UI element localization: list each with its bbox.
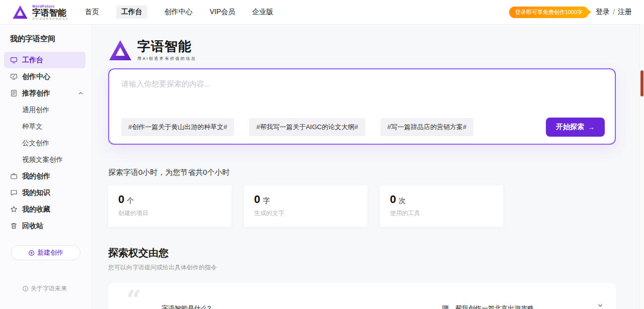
register-link[interactable]: 注册	[618, 8, 632, 17]
auth-separator: /	[613, 8, 615, 16]
stat-card-words: 0 字 生成的文字	[244, 185, 367, 227]
monitor-edit-icon	[10, 73, 18, 80]
stat-card-tools: 0 次 使用的工具	[380, 185, 503, 227]
logo-tagline: 用AI创造更有价值的信息	[32, 18, 69, 20]
search-card: #创作一篇关于黄山出游的种草文# #帮我写一篇关于AIGC的论文大纲# #写一篇…	[108, 68, 616, 145]
suggestion-chip[interactable]: #创作一篇关于黄山出游的种草文#	[121, 118, 234, 136]
about-label: 关于字语未来	[31, 284, 67, 293]
trash-icon	[10, 222, 18, 230]
scrollbar-thumb[interactable]	[640, 70, 643, 96]
logo-icon	[12, 5, 28, 20]
example-answer: 嗯，帮我创作一篇北京出游攻略	[442, 304, 534, 309]
chat-icon	[10, 189, 18, 196]
sidebar-item-favorites[interactable]: 我的收藏	[0, 201, 92, 218]
plus-circle-icon	[28, 250, 35, 256]
promo-button[interactable]: 登录即可享免费创作1000字	[509, 7, 589, 18]
new-creation-label: 新建创作	[37, 248, 63, 257]
sidebar-item-label: 我的创作	[22, 172, 50, 181]
auth-links: 登录 / 注册	[596, 8, 632, 17]
suggestion-chip[interactable]: #写一篇甜品店的营销方案#	[380, 118, 473, 136]
sidebar-subitem-seeding[interactable]: 种草文	[0, 118, 92, 135]
monitor-icon	[10, 56, 18, 64]
hero-logo-icon	[108, 39, 132, 61]
stat-value: 0	[118, 193, 124, 206]
sidebar-item-recycle-bin[interactable]: 回收站	[0, 218, 92, 234]
chevron-up-icon[interactable]	[77, 89, 85, 97]
example-qa-card: “ 字语智能是什么? 嗯，帮我创作一篇北京出游攻略	[108, 283, 616, 309]
explore-section-title: 探索权交由您	[108, 246, 616, 260]
about-link[interactable]: 关于字语未来	[22, 284, 67, 293]
sidebar: 我的字语空间 工作台 创作中心 推荐创作 通用创作 种草文 公文创作 视频文案创…	[0, 24, 92, 309]
hero-header: 字语智能 用AI创造更有价值的信息	[108, 39, 616, 61]
top-nav: 首页 工作台 创作中心 VIP会员 企业版	[85, 6, 274, 19]
start-explore-button[interactable]: 开始探索 →	[546, 118, 605, 137]
sidebar-item-label: 推荐创作	[22, 89, 50, 98]
quote-icon: “	[126, 287, 141, 309]
main-content: 字语智能 用AI创造更有价值的信息 #创作一篇关于黄山出游的种草文# #帮我写一…	[92, 24, 644, 309]
suggestion-chip[interactable]: #帮我写一篇关于AIGC的论文大纲#	[249, 118, 365, 136]
arrow-right-icon: →	[588, 123, 595, 131]
star-icon	[10, 205, 18, 213]
search-input[interactable]	[109, 69, 615, 109]
login-link[interactable]: 登录	[596, 8, 610, 17]
logo-subtitle: WordFuture	[32, 5, 69, 8]
sidebar-item-creation-center[interactable]: 创作中心	[0, 68, 92, 85]
explore-section-subtitle: 您可以向字语提问或给出具体创作的指令	[108, 263, 616, 272]
app-logo[interactable]: WordFuture 字语智能 用AI创造更有价值的信息	[12, 5, 69, 20]
stat-label: 创建的项目	[118, 209, 221, 218]
new-creation-button[interactable]: 新建创作	[11, 245, 80, 260]
document-icon	[10, 89, 18, 97]
sidebar-item-label: 回收站	[22, 222, 43, 231]
top-navbar: WordFuture 字语智能 用AI创造更有价值的信息 首页 工作台 创作中心…	[0, 0, 644, 24]
info-circle-icon	[22, 285, 29, 292]
sidebar-item-label: 创作中心	[22, 72, 50, 81]
nav-vip[interactable]: VIP会员	[210, 6, 235, 19]
hero-brand-title: 字语智能	[137, 39, 197, 54]
app-shell: 我的字语空间 工作台 创作中心 推荐创作 通用创作 种草文 公文创作 视频文案创…	[0, 24, 644, 309]
sidebar-subitem-general[interactable]: 通用创作	[0, 101, 92, 118]
stat-unit: 次	[398, 196, 406, 205]
stat-label: 生成的文字	[254, 209, 357, 218]
stat-unit: 字	[263, 196, 270, 205]
sidebar-item-my-works[interactable]: 我的创作	[0, 168, 92, 184]
stat-value: 0	[254, 193, 260, 206]
nav-creation-center[interactable]: 创作中心	[165, 6, 193, 19]
scrollbar-track	[639, 24, 644, 309]
hero-text: 字语智能 用AI创造更有价值的信息	[137, 39, 197, 61]
example-question: 字语智能是什么?	[162, 304, 211, 309]
sidebar-subitem-video-copy[interactable]: 视频文案创作	[0, 151, 92, 168]
sidebar-item-recommended[interactable]: 推荐创作	[0, 85, 92, 101]
stat-unit: 个	[127, 196, 134, 205]
hero-tagline: 用AI创造更有价值的信息	[137, 56, 197, 61]
nav-workbench[interactable]: 工作台	[116, 6, 147, 19]
stat-card-projects: 0 个 创建的项目	[108, 185, 231, 227]
topbar-right: 登录即可享免费创作1000字 登录 / 注册	[509, 7, 632, 18]
nav-home[interactable]: 首页	[85, 6, 99, 19]
stat-label: 使用的工具	[390, 209, 493, 218]
chevron-down-icon[interactable]	[597, 302, 604, 309]
sidebar-title: 我的字语空间	[0, 33, 92, 52]
sidebar-item-workbench[interactable]: 工作台	[4, 52, 86, 68]
briefcase-icon	[10, 172, 18, 180]
start-explore-label: 开始探索	[556, 123, 584, 132]
sidebar-item-label: 我的收藏	[22, 205, 50, 214]
stat-cards: 0 个 创建的项目 0 字 生成的文字 0 次 使用的工具	[108, 185, 616, 227]
sidebar-item-label: 我的知识	[22, 188, 50, 197]
sidebar-item-my-knowledge[interactable]: 我的知识	[0, 184, 92, 201]
sidebar-subitem-official[interactable]: 公文创作	[0, 135, 92, 151]
suggestion-chips: #创作一篇关于黄山出游的种草文# #帮我写一篇关于AIGC的论文大纲# #写一篇…	[121, 118, 605, 137]
usage-summary: 探索字语0小时，为您节省共0个小时	[108, 168, 616, 177]
nav-enterprise[interactable]: 企业版	[252, 6, 273, 19]
logo-title: 字语智能	[32, 9, 69, 17]
sidebar-item-label: 工作台	[22, 56, 43, 65]
stat-value: 0	[390, 193, 396, 206]
